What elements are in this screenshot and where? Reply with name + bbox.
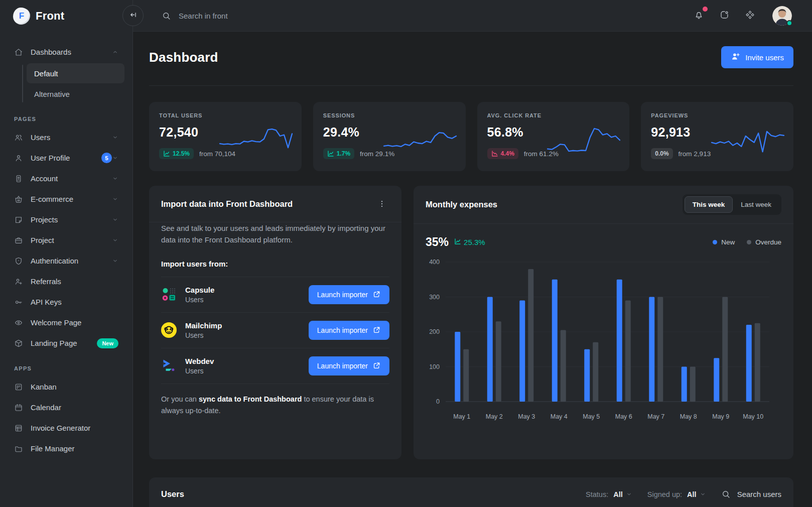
stat-label: SESSIONS [323, 112, 456, 118]
sidebar-nav: DashboardsDefaultAlternativePAGESUsersUs… [0, 32, 132, 507]
sparkline-chart [218, 122, 294, 156]
import-card-body: See and talk to your users and leads imm… [149, 222, 401, 417]
notifications-button[interactable] [694, 10, 704, 22]
sidebar-item-e-commerce[interactable]: E-commerce [8, 189, 124, 209]
main: Search in front [133, 0, 812, 507]
source-type: Users [185, 296, 214, 304]
sparkline-chart [710, 122, 785, 156]
widgets-row: Import data into Front Dashboard See and… [149, 186, 793, 459]
sidebar-item-label: Calendar [31, 403, 118, 412]
users-search-placeholder: Search users [737, 490, 781, 498]
sidebar-collapse-button[interactable] [122, 5, 144, 26]
users-filters: Status: All Signed up: All Search users [586, 489, 781, 499]
sidebar-item-users[interactable]: Users [8, 127, 124, 148]
activity-button[interactable] [719, 10, 730, 22]
sidebar-item-label: E-commerce [31, 195, 112, 203]
sidebar-item-label: Kanban [31, 383, 118, 391]
sidebar-item-label: Welcome Page [31, 318, 118, 327]
sidebar-section-header-pages: PAGES [14, 116, 118, 122]
trend-up-icon [454, 238, 461, 246]
change-badge: 0.0% [651, 148, 672, 159]
card-menu-button[interactable] [374, 198, 389, 209]
sidebar-item-authentication[interactable]: Authentication [8, 250, 124, 271]
stat-card-pageviews: PAGEVIEWS92,9130.0%from 2,913 [641, 102, 793, 171]
launch-importer-button-webdev[interactable]: Launch importer [309, 356, 389, 375]
sidebar-submenu-dashboards: DefaultAlternative [8, 63, 124, 104]
sidebar-item-api-keys[interactable]: API Keys [8, 292, 124, 312]
launch-importer-button-mailchimp[interactable]: Launch importer [309, 321, 389, 340]
legend-item-new[interactable]: New [713, 238, 735, 246]
sidebar-item-welcome-page[interactable]: Welcome Page [8, 312, 124, 333]
sidebar-item-label: Projects [31, 215, 112, 224]
svg-text:May 2: May 2 [486, 413, 503, 420]
search-placeholder: Search in front [179, 12, 228, 20]
import-subheading: Import users from: [161, 260, 389, 277]
launch-importer-button-capsule[interactable]: Launch importer [309, 285, 389, 304]
sidebar-subitem-default[interactable]: Default [27, 63, 124, 83]
sidebar-item-label: File Manager [31, 444, 118, 453]
apps-grid-icon [745, 10, 755, 22]
tab-this-week[interactable]: This week [685, 196, 733, 213]
sidebar-item-kanban[interactable]: Kanban [8, 376, 124, 397]
apps-launcher-button[interactable] [745, 10, 755, 22]
sidebar-item-project[interactable]: Project [8, 230, 124, 250]
source-name: Capsule [185, 286, 214, 294]
sidebar-item-referrals[interactable]: Referrals [8, 271, 124, 292]
invite-users-button[interactable]: Invite users [721, 46, 793, 68]
user-avatar[interactable] [772, 6, 792, 26]
sidebar-item-user-profile[interactable]: User Profile5 [8, 148, 124, 168]
sidebar-item-projects[interactable]: Projects [8, 209, 124, 230]
brand-logo-icon: F [13, 8, 30, 25]
launch-importer-label: Launch importer [317, 326, 368, 334]
account-icon [14, 174, 23, 183]
global-search-input[interactable]: Search in front [162, 11, 694, 21]
signedup-filter-label: Signed up: [647, 490, 682, 498]
svg-text:400: 400 [429, 259, 440, 266]
import-source-row-capsule: CapsuleUsersLaunch importer [161, 277, 389, 313]
users-search-input[interactable]: Search users [721, 489, 781, 499]
chevron-down-icon [112, 134, 118, 141]
sidebar-item-invoice-generator[interactable]: Invoice Generator [8, 418, 124, 438]
sidebar-item-label: Invoice Generator [31, 424, 118, 432]
svg-text:May 6: May 6 [615, 413, 632, 420]
launch-importer-label: Launch importer [317, 291, 368, 299]
legend-item-overdue[interactable]: Overdue [747, 238, 781, 246]
users-card-title: Users [161, 489, 184, 499]
sidebar-item-landing-page[interactable]: Landing PageNew [8, 333, 124, 353]
chevron-up-icon [112, 49, 118, 55]
stat-label: AVG. CLICK RATE [487, 112, 620, 118]
chevron-down-icon [112, 237, 118, 243]
sidebar-item-dashboards[interactable]: Dashboards [8, 42, 124, 62]
new-badge: New [97, 338, 118, 348]
external-link-icon [372, 326, 381, 334]
chevron-down-icon [700, 491, 706, 497]
kanban-icon [14, 383, 23, 392]
sidebar-subitem-alternative[interactable]: Alternative [27, 84, 124, 104]
sidebar-item-label: Landing Page [31, 339, 92, 347]
sidebar-item-calendar[interactable]: Calendar [8, 397, 124, 418]
sidebar-item-account[interactable]: Account [8, 168, 124, 189]
signedup-filter-dropdown[interactable]: Signed up: All [647, 490, 706, 498]
stat-label: PAGEVIEWS [651, 112, 783, 118]
trend-up-icon [163, 150, 170, 157]
home-icon [14, 48, 23, 57]
mailchimp-logo-icon [161, 322, 177, 338]
stat-label: TOTAL USERS [159, 112, 292, 118]
invoice-icon [14, 424, 23, 433]
source-type: Users [185, 367, 214, 375]
status-filter-dropdown[interactable]: Status: All [586, 490, 632, 498]
invite-user-icon [731, 52, 740, 63]
sparkline-chart [382, 122, 458, 156]
page-title: Dashboard [149, 50, 218, 65]
header-divider [149, 85, 793, 86]
stat-card-total-users: TOTAL USERS72,54012.5%from 70,104 [149, 102, 302, 171]
chart-legend: New Overdue [713, 238, 781, 246]
brand[interactable]: F Front [0, 0, 132, 32]
sidebar-item-label: Project [31, 236, 112, 244]
tab-last-week[interactable]: Last week [733, 196, 779, 213]
sidebar-item-file-manager[interactable]: File Manager [8, 438, 124, 459]
chevron-down-icon [626, 491, 632, 497]
chevron-down-icon [112, 258, 118, 264]
sidebar-item-label: Referrals [31, 277, 118, 286]
online-status-dot [786, 20, 792, 26]
